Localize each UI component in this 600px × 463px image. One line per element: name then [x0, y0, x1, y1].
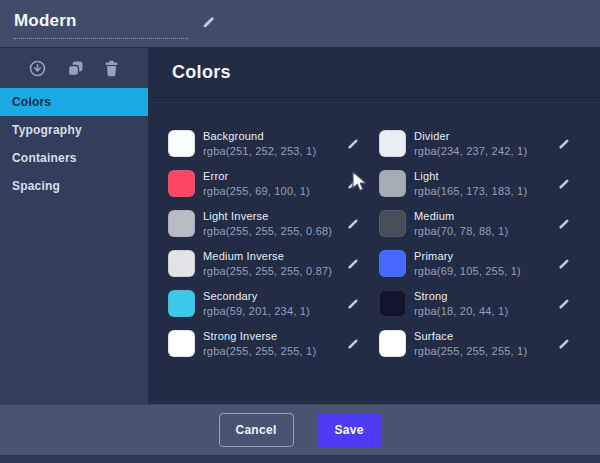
- trash-icon: [104, 60, 119, 77]
- sidebar-item-label: Typography: [12, 123, 82, 137]
- bottom-strip: [0, 455, 600, 463]
- pencil-icon: [558, 298, 570, 310]
- edit-color-button[interactable]: [552, 294, 576, 314]
- color-swatch: [168, 290, 195, 317]
- color-item-light: Lightrgba(165, 173, 183, 1): [379, 170, 576, 197]
- delete-theme-button[interactable]: [102, 58, 121, 79]
- copy-icon: [67, 60, 84, 77]
- section-header: Colors: [148, 48, 600, 98]
- main-panel: Colors Backgroundrgba(251, 252, 253, 1) …: [148, 48, 600, 404]
- color-value: rgba(255, 255, 255, 0.87): [203, 265, 341, 277]
- color-grid: Backgroundrgba(251, 252, 253, 1) Divider…: [148, 98, 600, 357]
- color-swatch: [168, 130, 195, 157]
- edit-title-button[interactable]: [198, 11, 220, 36]
- color-item-divider: Dividerrgba(234, 237, 242, 1): [379, 130, 576, 157]
- download-icon: [29, 60, 46, 77]
- color-value: rgba(59, 201, 234, 1): [203, 305, 341, 317]
- color-name: Medium Inverse: [203, 250, 341, 262]
- color-item-strong-inverse: Strong Inversergba(255, 255, 255, 1): [168, 330, 365, 357]
- color-swatch: [168, 250, 195, 277]
- cancel-button[interactable]: Cancel: [219, 413, 294, 447]
- sidebar-toolbar: [0, 48, 148, 88]
- pencil-icon: [347, 298, 359, 310]
- sidebar-item-label: Colors: [12, 95, 51, 109]
- color-value: rgba(255, 255, 255, 0.68): [203, 225, 341, 237]
- edit-color-button[interactable]: [341, 254, 365, 274]
- theme-title-field[interactable]: Modern: [14, 9, 188, 39]
- edit-color-button[interactable]: [552, 254, 576, 274]
- color-value: rgba(70, 78, 88, 1): [414, 225, 552, 237]
- theme-editor-window: Modern: [0, 0, 600, 463]
- edit-color-button[interactable]: [341, 334, 365, 354]
- section-title: Colors: [172, 62, 231, 83]
- duplicate-theme-button[interactable]: [65, 58, 86, 79]
- color-swatch: [379, 330, 406, 357]
- pencil-icon: [558, 258, 570, 270]
- edit-color-button[interactable]: [341, 214, 365, 234]
- color-swatch: [379, 130, 406, 157]
- download-theme-button[interactable]: [27, 58, 48, 79]
- edit-color-button[interactable]: [552, 334, 576, 354]
- color-swatch: [168, 170, 195, 197]
- color-item-background: Backgroundrgba(251, 252, 253, 1): [168, 130, 365, 157]
- pencil-icon: [202, 15, 216, 29]
- color-value: rgba(251, 252, 253, 1): [203, 145, 341, 157]
- sidebar: Colors Typography Containers Spacing: [0, 48, 148, 404]
- color-name: Secondary: [203, 290, 341, 302]
- color-name: Strong Inverse: [203, 330, 341, 342]
- pencil-icon: [347, 338, 359, 350]
- pencil-icon: [558, 338, 570, 350]
- edit-color-button[interactable]: [341, 174, 365, 194]
- color-name: Primary: [414, 250, 552, 262]
- pencil-icon: [347, 138, 359, 150]
- header: Modern: [0, 0, 600, 48]
- sidebar-item-colors[interactable]: Colors: [0, 88, 148, 116]
- color-value: rgba(18, 20, 44, 1): [414, 305, 552, 317]
- color-swatch: [379, 170, 406, 197]
- color-name: Light Inverse: [203, 210, 341, 222]
- color-name: Divider: [414, 130, 552, 142]
- edit-color-button[interactable]: [341, 294, 365, 314]
- color-item-surface: Surfacergba(255, 255, 255, 1): [379, 330, 576, 357]
- color-item-medium: Mediumrgba(70, 78, 88, 1): [379, 210, 576, 237]
- color-name: Light: [414, 170, 552, 182]
- sidebar-item-spacing[interactable]: Spacing: [0, 172, 148, 200]
- color-item-error: Errorrgba(255, 69, 100, 1): [168, 170, 365, 197]
- color-item-primary: Primaryrgba(69, 105, 255, 1): [379, 250, 576, 277]
- color-name: Medium: [414, 210, 552, 222]
- color-value: rgba(69, 105, 255, 1): [414, 265, 552, 277]
- color-value: rgba(255, 255, 255, 1): [414, 345, 552, 357]
- color-item-strong: Strongrgba(18, 20, 44, 1): [379, 290, 576, 317]
- sidebar-menu: Colors Typography Containers Spacing: [0, 88, 148, 200]
- edit-color-button[interactable]: [552, 134, 576, 154]
- pencil-icon: [558, 138, 570, 150]
- pencil-icon: [347, 178, 359, 190]
- color-name: Background: [203, 130, 341, 142]
- save-button[interactable]: Save: [317, 413, 382, 447]
- pencil-icon: [558, 218, 570, 230]
- sidebar-item-containers[interactable]: Containers: [0, 144, 148, 172]
- edit-color-button[interactable]: [552, 174, 576, 194]
- color-swatch: [168, 210, 195, 237]
- color-item-secondary: Secondaryrgba(59, 201, 234, 1): [168, 290, 365, 317]
- color-value: rgba(255, 69, 100, 1): [203, 185, 341, 197]
- color-value: rgba(234, 237, 242, 1): [414, 145, 552, 157]
- edit-color-button[interactable]: [552, 214, 576, 234]
- footer-actions: Cancel Save: [0, 404, 600, 455]
- color-swatch: [379, 210, 406, 237]
- pencil-icon: [347, 218, 359, 230]
- color-name: Surface: [414, 330, 552, 342]
- color-name: Strong: [414, 290, 552, 302]
- edit-color-button[interactable]: [341, 134, 365, 154]
- color-swatch: [168, 330, 195, 357]
- color-item-light-inverse: Light Inversergba(255, 255, 255, 0.68): [168, 210, 365, 237]
- page-title: Modern: [14, 11, 77, 30]
- color-value: rgba(165, 173, 183, 1): [414, 185, 552, 197]
- color-value: rgba(255, 255, 255, 1): [203, 345, 341, 357]
- color-item-medium-inverse: Medium Inversergba(255, 255, 255, 0.87): [168, 250, 365, 277]
- pencil-icon: [558, 178, 570, 190]
- color-swatch: [379, 290, 406, 317]
- pencil-icon: [347, 258, 359, 270]
- sidebar-item-typography[interactable]: Typography: [0, 116, 148, 144]
- sidebar-item-label: Containers: [12, 151, 77, 165]
